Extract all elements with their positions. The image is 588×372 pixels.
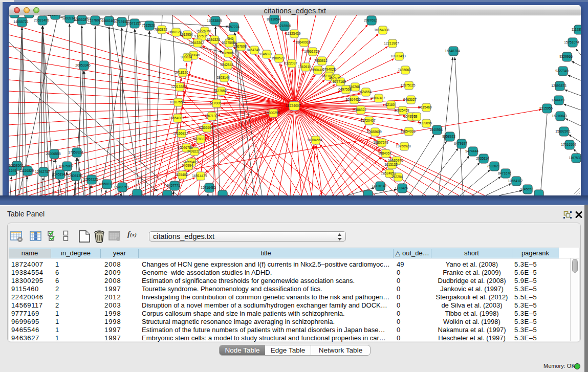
svg-text:9084067: 9084067: [378, 151, 391, 155]
svg-text:6497568: 6497568: [338, 87, 352, 91]
svg-text:15720407: 15720407: [360, 119, 376, 122]
svg-text:19166827: 19166827: [173, 132, 188, 135]
svg-text:1813074: 1813074: [48, 15, 61, 16]
svg-text:18524851: 18524851: [381, 171, 396, 175]
svg-text:15751074: 15751074: [564, 40, 579, 44]
svg-text:8186328: 8186328: [207, 38, 220, 41]
svg-text:20364436: 20364436: [345, 98, 361, 101]
svg-text:15226058: 15226058: [196, 29, 211, 33]
svg-text:9457771: 9457771: [167, 184, 180, 187]
svg-text:2803144: 2803144: [216, 76, 230, 79]
svg-text:452136: 452136: [329, 76, 340, 80]
svg-text:7485063: 7485063: [398, 68, 411, 72]
svg-text:9899695: 9899695: [419, 121, 432, 125]
svg-text:20691406: 20691406: [34, 18, 49, 22]
svg-text:9327508: 9327508: [222, 41, 235, 45]
svg-text:20053346: 20053346: [75, 63, 91, 67]
svg-text:1640954: 1640954: [429, 128, 443, 132]
svg-text:19654983: 19654983: [169, 116, 184, 120]
svg-text:8427552: 8427552: [213, 89, 227, 93]
svg-text:16543362: 16543362: [189, 41, 204, 45]
svg-text:1244419: 1244419: [551, 98, 564, 102]
svg-text:16914479: 16914479: [192, 174, 207, 178]
svg-text:9777169: 9777169: [333, 80, 346, 83]
svg-text:8454749: 8454749: [247, 48, 260, 52]
svg-text:7986322: 7986322: [353, 108, 366, 112]
svg-text:16648784: 16648784: [445, 49, 460, 53]
svg-text:7625402: 7625402: [175, 173, 188, 177]
svg-text:7663822: 7663822: [154, 28, 167, 31]
svg-text:1588520: 1588520: [271, 56, 285, 60]
svg-text:7955812: 7955812: [314, 59, 328, 62]
svg-text:26206555: 26206555: [46, 152, 61, 156]
svg-text:10046786: 10046786: [178, 146, 193, 149]
svg-text:3498222: 3498222: [187, 149, 200, 153]
svg-text:19654923: 19654923: [400, 129, 416, 133]
svg-text:140994: 140994: [182, 164, 193, 167]
svg-text:1615132: 1615132: [384, 163, 398, 166]
svg-text:18300295: 18300295: [265, 111, 280, 115]
svg-text:1733426: 1733426: [395, 186, 408, 190]
svg-text:16782759: 16782759: [114, 185, 129, 189]
svg-text:12213967: 12213967: [384, 41, 399, 45]
svg-text:2367608: 2367608: [233, 45, 247, 48]
svg-text:12942757: 12942757: [35, 170, 50, 173]
svg-text:16033809: 16033809: [207, 19, 222, 23]
svg-text:3267130: 3267130: [204, 114, 217, 118]
svg-text:62160: 62160: [385, 103, 395, 106]
svg-text:14099489: 14099489: [183, 160, 198, 164]
svg-text:16154808: 16154808: [374, 28, 389, 32]
svg-text:1145194: 1145194: [52, 172, 66, 176]
svg-text:19218506: 19218506: [276, 24, 291, 28]
svg-text:10975887: 10975887: [58, 164, 74, 168]
svg-text:1167533: 1167533: [569, 156, 581, 160]
svg-text:17016504: 17016504: [561, 143, 576, 146]
svg-text:7632621: 7632621: [487, 164, 500, 168]
svg-text:6479197: 6479197: [454, 142, 467, 145]
svg-text:8471676: 8471676: [498, 171, 511, 175]
svg-text:18640910: 18640910: [295, 40, 311, 44]
svg-text:12975115: 12975115: [401, 83, 416, 87]
svg-text:16210643: 16210643: [552, 114, 567, 118]
svg-text:10807487: 10807487: [370, 96, 385, 100]
svg-text:8990448: 8990448: [310, 68, 323, 72]
svg-text:11355594: 11355594: [199, 126, 213, 129]
svg-text:2718126: 2718126: [175, 71, 188, 74]
svg-text:8878332: 8878332: [193, 137, 206, 141]
svg-text:10025458: 10025458: [394, 108, 409, 112]
svg-text:9242848: 9242848: [220, 63, 233, 67]
svg-text:12093873: 12093873: [551, 84, 567, 87]
svg-text:9146821: 9146821: [259, 52, 272, 56]
svg-text:1362615: 1362615: [298, 65, 311, 69]
svg-text:10655287: 10655287: [73, 18, 89, 21]
svg-text:10671355: 10671355: [126, 21, 141, 25]
svg-text:20858501: 20858501: [9, 164, 24, 167]
svg-text:15716485: 15716485: [201, 186, 216, 189]
svg-text:3875685: 3875685: [221, 51, 234, 55]
svg-text:1112893: 1112893: [572, 28, 581, 31]
svg-text:9245652: 9245652: [520, 187, 533, 191]
svg-text:14136141: 14136141: [372, 184, 387, 188]
svg-text:15692971: 15692971: [555, 129, 571, 133]
svg-text:7857224: 7857224: [226, 25, 239, 29]
svg-text:18724007: 18724007: [286, 104, 301, 107]
svg-text:8215955: 8215955: [539, 106, 553, 110]
svg-text:9227349: 9227349: [555, 69, 569, 73]
svg-text:11156829: 11156829: [19, 169, 34, 172]
svg-text:12505135: 12505135: [67, 174, 82, 178]
svg-text:989034: 989034: [181, 55, 192, 59]
svg-text:9474444: 9474444: [465, 149, 478, 153]
svg-text:10654112: 10654112: [508, 179, 523, 183]
svg-text:1527602: 1527602: [88, 18, 101, 22]
svg-text:546: 546: [228, 37, 233, 40]
svg-text:14055721: 14055721: [13, 20, 29, 24]
svg-text:9329966: 9329966: [559, 55, 573, 58]
svg-text:8322037: 8322037: [284, 61, 297, 65]
svg-text:12213389: 12213389: [171, 85, 186, 89]
svg-text:17957225: 17957225: [83, 178, 98, 181]
svg-text:252254: 252254: [391, 175, 403, 179]
svg-text:11325419: 11325419: [286, 32, 301, 35]
svg-text:8813054: 8813054: [267, 17, 280, 21]
svg-text:9327506: 9327506: [194, 34, 207, 38]
svg-text:10958117: 10958117: [99, 182, 114, 186]
